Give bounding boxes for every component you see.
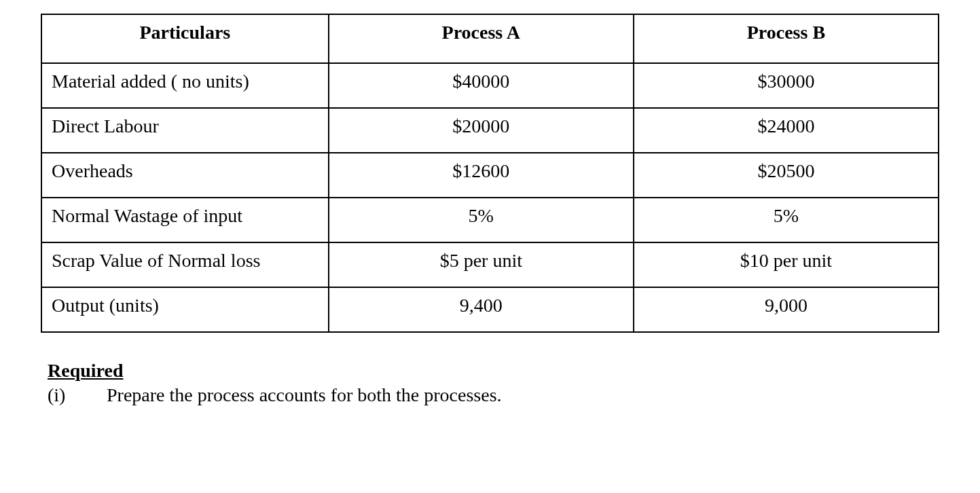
row-label: Output (units) — [41, 287, 329, 332]
row-label: Scrap Value of Normal loss — [41, 242, 329, 287]
row-value-a: 5% — [329, 198, 634, 242]
row-label: Normal Wastage of input — [41, 198, 329, 242]
col-header-particulars: Particulars — [41, 14, 329, 63]
col-header-process-b: Process B — [634, 14, 939, 63]
table-row: Output (units) 9,400 9,000 — [41, 287, 939, 332]
required-item-text: Prepare the process accounts for both th… — [107, 384, 502, 406]
row-value-b: $20500 — [634, 153, 939, 198]
table-row: Scrap Value of Normal loss $5 per unit $… — [41, 242, 939, 287]
row-value-a: $5 per unit — [329, 242, 634, 287]
particulars-table: Particulars Process A Process B Material… — [41, 14, 939, 333]
row-label: Direct Labour — [41, 108, 329, 153]
row-label: Overheads — [41, 153, 329, 198]
table-row: Normal Wastage of input 5% 5% — [41, 198, 939, 242]
row-value-b: $24000 — [634, 108, 939, 153]
required-item: (i) Prepare the process accounts for bot… — [48, 384, 939, 406]
required-section: Required (i) Prepare the process account… — [48, 360, 939, 406]
row-value-b: $10 per unit — [634, 242, 939, 287]
row-label: Material added ( no units) — [41, 63, 329, 108]
table-row: Material added ( no units) $40000 $30000 — [41, 63, 939, 108]
row-value-b: 9,000 — [634, 287, 939, 332]
table-header-row: Particulars Process A Process B — [41, 14, 939, 63]
table-row: Direct Labour $20000 $24000 — [41, 108, 939, 153]
col-header-process-a: Process A — [329, 14, 634, 63]
row-value-a: $12600 — [329, 153, 634, 198]
required-item-number: (i) — [48, 384, 102, 406]
row-value-a: 9,400 — [329, 287, 634, 332]
row-value-b: 5% — [634, 198, 939, 242]
required-heading: Required — [48, 360, 124, 382]
table-row: Overheads $12600 $20500 — [41, 153, 939, 198]
row-value-a: $40000 — [329, 63, 634, 108]
row-value-b: $30000 — [634, 63, 939, 108]
row-value-a: $20000 — [329, 108, 634, 153]
